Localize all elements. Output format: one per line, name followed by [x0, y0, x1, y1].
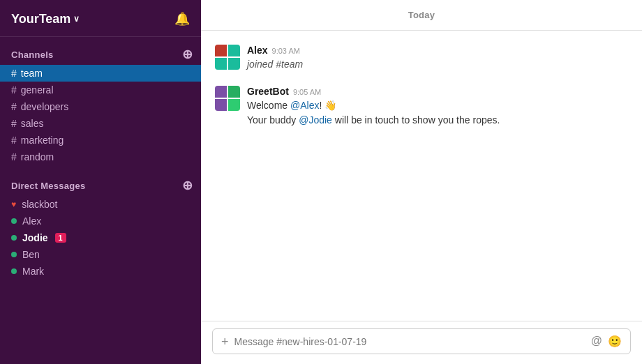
- mention-alex: @Alex: [290, 100, 319, 111]
- dm-label: Direct Messages: [11, 181, 86, 191]
- message-meta: Alex 9:03 AM: [247, 45, 628, 56]
- channel-hash: #: [11, 151, 17, 162]
- message-text: joined #team: [247, 57, 628, 72]
- add-dm-icon[interactable]: ⊕: [182, 179, 193, 192]
- message-greetbot: GreetBot 9:05 AM Welcome @Alex! 👋 Your b…: [215, 86, 628, 128]
- online-dot: [11, 218, 17, 224]
- channel-item-sales[interactable]: # sales: [0, 115, 201, 132]
- message-sender: GreetBot: [247, 86, 289, 97]
- dm-item-mark[interactable]: Mark: [0, 263, 201, 280]
- workspace-name-text: YourTeam: [11, 12, 70, 26]
- add-attachment-button[interactable]: +: [221, 335, 229, 348]
- workspace-name[interactable]: YourTeam ∨: [11, 12, 80, 26]
- channel-item-random[interactable]: # random: [0, 149, 201, 165]
- channel-label: team: [21, 68, 43, 79]
- join-text: joined #team: [247, 59, 303, 70]
- add-channel-icon[interactable]: ⊕: [182, 48, 193, 61]
- dm-item-ben[interactable]: Ben: [0, 246, 201, 263]
- channel-label: developers: [21, 101, 69, 112]
- channels-section: Channels ⊕ # team # general # developers…: [0, 37, 201, 168]
- dm-item-slackbot[interactable]: ♥ slackbot: [0, 196, 201, 213]
- message-alex-joined: Alex 9:03 AM joined #team: [215, 45, 628, 72]
- emoji-icon[interactable]: 🙂: [608, 335, 622, 348]
- dm-item-alex[interactable]: Alex: [0, 213, 201, 229]
- dm-section: Direct Messages ⊕ ♥ slackbot Alex Jodie …: [0, 168, 201, 282]
- channel-item-marketing[interactable]: # marketing: [0, 132, 201, 149]
- message-body: Alex 9:03 AM joined #team: [247, 45, 628, 72]
- sidebar: YourTeam ∨ 🔔 Channels ⊕ # team # general…: [0, 0, 201, 364]
- channel-hash: #: [11, 135, 17, 146]
- channel-hash: #: [11, 118, 17, 129]
- online-dot: [11, 268, 17, 274]
- heart-icon: ♥: [11, 199, 16, 209]
- channels-section-header: Channels ⊕: [0, 48, 201, 65]
- channel-label: sales: [21, 118, 44, 129]
- date-divider-text: Today: [408, 10, 435, 20]
- messages-area: Alex 9:03 AM joined #team GreetBot 9:05 …: [201, 31, 642, 321]
- main-content: Today Alex 9:03 AM joined #team: [201, 0, 642, 364]
- message-input[interactable]: [234, 336, 585, 347]
- dm-name: Alex: [22, 215, 41, 227]
- online-dot: [11, 252, 17, 257]
- channel-label: general: [21, 84, 54, 96]
- sidebar-header: YourTeam ∨ 🔔: [0, 0, 201, 37]
- channel-item-general[interactable]: # general: [0, 82, 201, 98]
- input-icons: @ 🙂: [591, 335, 622, 348]
- chat-date-divider: Today: [201, 0, 642, 31]
- dm-name: slackbot: [22, 199, 57, 210]
- dm-section-header: Direct Messages ⊕: [0, 179, 201, 196]
- channel-label: marketing: [21, 135, 64, 146]
- channel-hash: #: [11, 84, 17, 96]
- mention-jodie: @Jodie: [299, 114, 332, 126]
- message-meta: GreetBot 9:05 AM: [247, 86, 628, 97]
- channels-label: Channels: [11, 50, 54, 60]
- channel-hash: #: [11, 101, 17, 112]
- at-icon[interactable]: @: [591, 335, 602, 348]
- avatar-greetbot: [215, 86, 240, 111]
- dm-name: Mark: [22, 266, 44, 277]
- online-dot: [11, 235, 17, 241]
- channel-hash: #: [11, 68, 17, 79]
- channel-item-developers[interactable]: # developers: [0, 98, 201, 115]
- avatar-alex: [215, 45, 240, 70]
- channel-item-team[interactable]: # team: [0, 65, 201, 82]
- channel-label: random: [21, 151, 54, 162]
- message-sender: Alex: [247, 45, 268, 56]
- dm-item-jodie[interactable]: Jodie 1: [0, 229, 201, 246]
- message-text: Welcome @Alex! 👋 Your buddy @Jodie will …: [247, 98, 628, 128]
- workspace-chevron-icon: ∨: [73, 14, 80, 24]
- message-body: GreetBot 9:05 AM Welcome @Alex! 👋 Your b…: [247, 86, 628, 128]
- message-time: 9:05 AM: [293, 88, 321, 96]
- message-input-box: + @ 🙂: [212, 328, 631, 354]
- dm-badge: 1: [55, 233, 66, 243]
- input-area: + @ 🙂: [201, 321, 642, 364]
- dm-name: Ben: [22, 249, 40, 260]
- bell-icon[interactable]: 🔔: [174, 11, 190, 26]
- message-time: 9:03 AM: [272, 47, 300, 55]
- dm-name: Jodie: [22, 232, 48, 243]
